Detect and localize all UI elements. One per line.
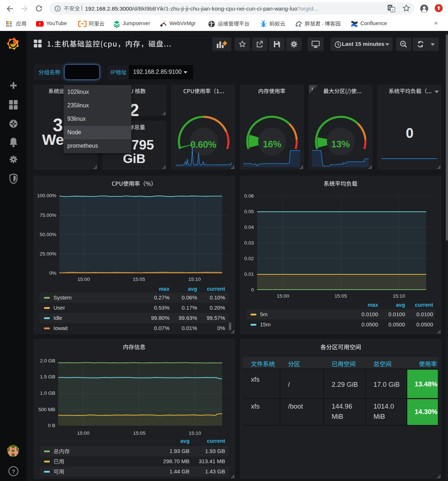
svg-text:x: x	[392, 8, 394, 12]
svg-text:?: ?	[12, 468, 15, 474]
